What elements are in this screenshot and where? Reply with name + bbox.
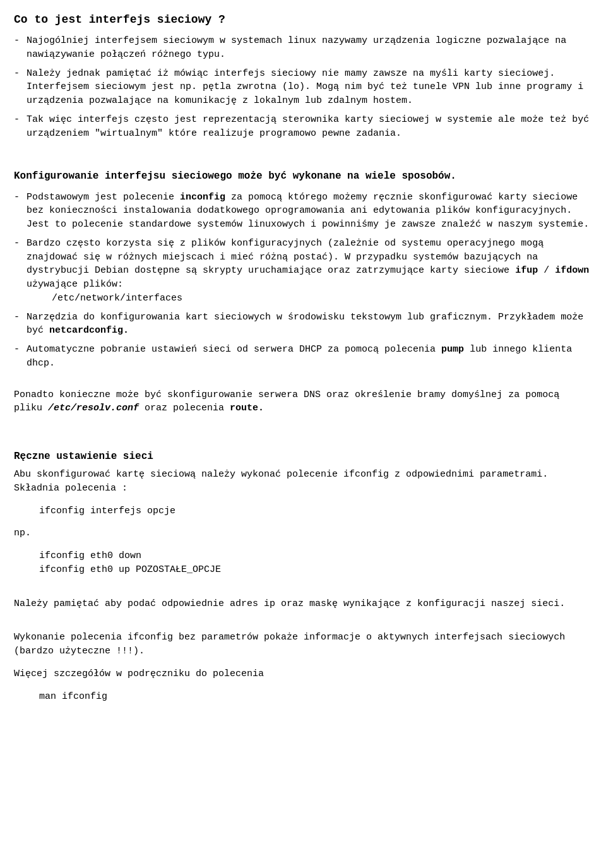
config-text-2: Bardzo często korzysta się z plików konf… — [27, 237, 592, 306]
manual-code-2b: ifconfig eth0 up POZOSTAŁE_OPCJE — [39, 563, 592, 577]
manual-para-1-text: Abu skonfigurować kartę sieciową należy … — [14, 469, 548, 494]
config-bullet-2: - — [14, 237, 25, 306]
resolv-conf-keyword: /etc/resolv.conf — [48, 403, 139, 413]
manual-code-2a: ifconfig eth0 down — [39, 549, 592, 563]
config-text-3: Narzędzia do konfigurowania kart sieciow… — [27, 311, 592, 338]
config-item-1: - Podstawowym jest polecenie inconfig za… — [14, 191, 592, 232]
interfaces-path: /etc/network/interfaces — [52, 293, 182, 304]
ifup-keyword: ifup — [515, 265, 538, 276]
config-text-4: Automatyczne pobranie ustawień sieci od … — [27, 343, 592, 371]
main-title: Co to jest interfejs sieciowy ? — [14, 11, 592, 28]
config-bullet-4: - — [14, 343, 25, 371]
ifdown-keyword: ifdown — [555, 265, 589, 276]
manual-para-5: Więcej szczegółów w podręczniku do polec… — [14, 667, 592, 681]
bullet-char-1: - — [14, 34, 25, 62]
bullet-char-2: - — [14, 67, 25, 108]
bullet-char-3: - — [14, 113, 25, 141]
route-keyword: route. — [230, 403, 264, 413]
manual-para-2-text: np. — [14, 528, 31, 538]
config-bullet-3: - — [14, 311, 25, 338]
main-content: Co to jest interfejs sieciowy ? - Najogó… — [14, 11, 592, 703]
manual-para-1: Abu skonfigurować kartę sieciową należy … — [14, 468, 592, 496]
bullet-text-2: Należy jednak pamiętać iż mówiąc interfe… — [27, 67, 592, 108]
inconfig-keyword: inconfig — [180, 192, 225, 203]
bullet-item-3: - Tak więc interfejs często jest repreze… — [14, 113, 592, 141]
config-item-4: - Automatyczne pobranie ustawień sieci o… — [14, 343, 592, 371]
manual-para-5-text: Więcej szczegółów w podręczniku do polec… — [14, 669, 264, 679]
manual-para-4: Wykonanie polecenia ifconfig bez paramet… — [14, 631, 592, 658]
config-bullet-1: - — [14, 191, 25, 232]
config-item-3: - Narzędzia do konfigurowania kart sieci… — [14, 311, 592, 338]
manual-code-3: man ifconfig — [39, 690, 592, 704]
bullet-item-2: - Należy jednak pamiętać iż mówiąc inter… — [14, 67, 592, 108]
dns-paragraph: Ponadto konieczne może być skonfigurowan… — [14, 388, 592, 416]
netcardconfig-keyword: netcardconfig. — [49, 325, 129, 336]
manual-para-3: Należy pamiętać aby podać odpowiednie ad… — [14, 597, 592, 611]
config-item-2: - Bardzo często korzysta się z plików ko… — [14, 237, 592, 306]
manual-code-1: ifconfig interfejs opcje — [39, 504, 592, 518]
bullet-text-3: Tak więc interfejs często jest reprezent… — [27, 113, 592, 141]
bold-heading: Konfigurowanie interfejsu sieciowego moż… — [14, 169, 592, 184]
manual-heading: Ręczne ustawienie sieci — [14, 449, 592, 464]
bullet-item-1: - Najogólniej interfejsem sieciowym w sy… — [14, 34, 592, 62]
bullet-text-1: Najogólniej interfejsem sieciowym w syst… — [27, 34, 592, 62]
pump-keyword: pump — [441, 344, 464, 355]
config-text-1: Podstawowym jest polecenie inconfig za p… — [27, 191, 592, 232]
manual-para-2: np. — [14, 526, 592, 540]
